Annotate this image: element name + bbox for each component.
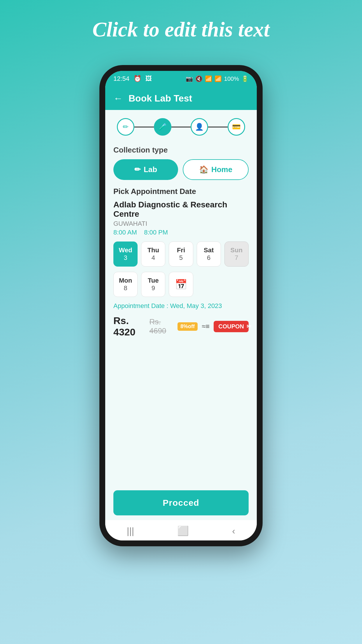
lab-time-start: 8:00 AM xyxy=(113,229,137,236)
home-label: Home xyxy=(211,165,232,174)
status-battery: 100% xyxy=(224,76,239,82)
date-grid-row2: Mon 8 Tue 9 📅 xyxy=(113,272,249,297)
date-mon-8-day: Mon xyxy=(119,277,132,284)
lab-city: GUWAHATI xyxy=(113,220,249,228)
coupon-button[interactable]: COUPON ✂ xyxy=(214,321,249,332)
status-photo-icon: 🖼 xyxy=(145,75,152,83)
lab-button[interactable]: ✏ Lab xyxy=(113,159,178,180)
date-tue-9-day: Tue xyxy=(148,277,159,284)
date-tue-9[interactable]: Tue 9 xyxy=(141,272,165,297)
status-mute-icon: 🔇 xyxy=(195,75,203,82)
step-4-payment: 💳 xyxy=(228,118,245,136)
phone-screen: 12:54 ⏰ 🖼 📷 🔇 📶 📶 100% 🔋 ← Book Lab Test… xyxy=(105,71,257,540)
status-time: 12:54 xyxy=(113,75,129,83)
pick-date-label: Pick Appointment Date xyxy=(113,187,249,196)
date-mon-8[interactable]: Mon 8 xyxy=(113,272,138,297)
lab-label: Lab xyxy=(144,165,157,174)
phone-device: 12:54 ⏰ 🖼 📷 🔇 📶 📶 100% 🔋 ← Book Lab Test… xyxy=(99,65,263,546)
page-title[interactable]: Click to edit this text xyxy=(92,18,270,42)
date-sat-6-day: Sat xyxy=(204,246,214,254)
lab-name: Adlab Diagnostic & Research Centre xyxy=(113,200,249,219)
main-content: Collection type ✏ Lab 🏠 Home Pick Appoin… xyxy=(105,144,257,484)
status-alarm-icon: ⏰ xyxy=(133,75,141,83)
step-2-lab: 🧪 xyxy=(154,118,171,136)
status-signal-icon: 📶 xyxy=(215,75,222,82)
lab-icon: ✏ xyxy=(134,165,141,174)
date-fri-5-day: Fri xyxy=(177,246,185,254)
step-1-pencil: ✏ xyxy=(117,118,134,136)
bottom-area: Procced xyxy=(105,484,257,515)
calendar-picker-button[interactable]: 📅 xyxy=(169,272,193,297)
nav-bar: ||| ⬜ ‹ xyxy=(105,520,257,540)
progress-steps: ✏ 🧪 👤 💳 xyxy=(105,110,257,144)
status-bar: 12:54 ⏰ 🖼 📷 🔇 📶 📶 100% 🔋 xyxy=(105,71,257,87)
empty-cell-2 xyxy=(224,272,249,297)
app-header: ← Book Lab Test xyxy=(105,87,257,110)
date-wed-3-day: Wed xyxy=(119,246,132,254)
status-camera-icon: 📷 xyxy=(186,75,193,82)
empty-cell-1 xyxy=(197,272,221,297)
back-button[interactable]: ← xyxy=(113,93,123,104)
step-line-3 xyxy=(208,127,228,127)
lab-time: 8:00 AM 8:00 PM xyxy=(113,229,249,236)
home-icon: 🏠 xyxy=(199,165,208,174)
nav-menu-icon[interactable]: ||| xyxy=(127,526,134,536)
price-main: Rs. 4320 xyxy=(113,315,145,338)
date-sun-7: Sun 7 xyxy=(224,242,249,267)
date-wed-3-num: 3 xyxy=(124,254,127,262)
date-fri-5-num: 5 xyxy=(179,254,183,262)
nav-back-icon[interactable]: ‹ xyxy=(232,526,235,536)
scissors-icon: ✂ xyxy=(247,323,252,330)
date-fri-5[interactable]: Fri 5 xyxy=(169,242,193,267)
collection-type-buttons: ✏ Lab 🏠 Home xyxy=(113,159,249,180)
date-wed-3[interactable]: Wed 3 xyxy=(113,242,138,267)
filter-icon[interactable]: ≈≡ xyxy=(202,322,210,330)
date-sun-7-num: 7 xyxy=(235,254,238,262)
date-thu-4-day: Thu xyxy=(147,246,159,254)
date-thu-4-num: 4 xyxy=(152,254,155,262)
step-line-1 xyxy=(134,127,154,127)
date-thu-4[interactable]: Thu 4 xyxy=(141,242,165,267)
lab-time-end: 8:00 PM xyxy=(144,229,168,236)
proceed-button[interactable]: Procced xyxy=(113,490,249,515)
pricing-row: Rs. 4320 Rs. 4690 8%off ≈≡ COUPON ✂ xyxy=(113,315,249,338)
status-wifi-icon: 📶 xyxy=(205,75,212,82)
step-line-2 xyxy=(171,127,191,127)
header-title: Book Lab Test xyxy=(129,93,192,104)
appointment-date-text: Appointment Date : Wed, May 3, 2023 xyxy=(113,302,249,310)
calendar-icon: 📅 xyxy=(175,279,187,290)
step-3-user: 👤 xyxy=(191,118,208,136)
status-battery-icon: 🔋 xyxy=(241,75,249,82)
date-mon-8-num: 8 xyxy=(124,284,127,292)
price-original: Rs. 4690 xyxy=(149,317,173,335)
nav-home-icon[interactable]: ⬜ xyxy=(177,525,189,536)
date-sun-7-day: Sun xyxy=(231,246,243,254)
home-button[interactable]: 🏠 Home xyxy=(183,159,249,180)
date-sat-6[interactable]: Sat 6 xyxy=(197,242,221,267)
date-grid-row1: Wed 3 Thu 4 Fri 5 Sat 6 Sun 7 xyxy=(113,242,249,267)
coupon-label: COUPON xyxy=(218,323,244,330)
collection-type-label: Collection type xyxy=(113,144,249,155)
date-tue-9-num: 9 xyxy=(152,284,155,292)
date-sat-6-num: 6 xyxy=(207,254,210,262)
discount-badge: 8%off xyxy=(178,322,198,331)
